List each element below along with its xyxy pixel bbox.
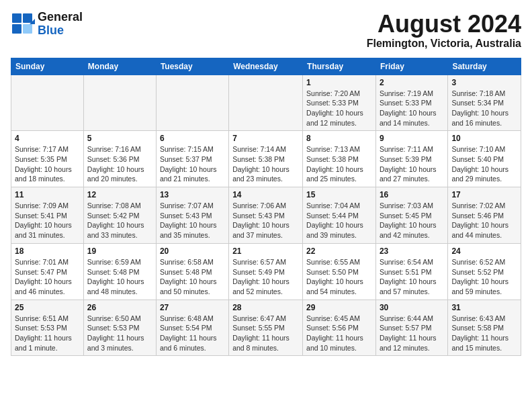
day-number: 4 (15, 134, 80, 143)
day-detail: Sunrise: 7:11 AM Sunset: 5:39 PM Dayligh… (380, 144, 444, 184)
calendar-cell: 30Sunrise: 6:44 AM Sunset: 5:57 PM Dayli… (375, 300, 447, 356)
calendar-cell: 12Sunrise: 7:08 AM Sunset: 5:42 PM Dayli… (83, 187, 156, 244)
day-detail: Sunrise: 7:03 AM Sunset: 5:45 PM Dayligh… (380, 201, 444, 240)
calendar-cell: 20Sunrise: 6:58 AM Sunset: 5:48 PM Dayli… (156, 243, 228, 300)
calendar-cell (229, 75, 303, 131)
day-number: 30 (380, 303, 444, 312)
calendar-week-row: 25Sunrise: 6:51 AM Sunset: 5:53 PM Dayli… (11, 300, 521, 356)
calendar-cell: 18Sunrise: 7:01 AM Sunset: 5:47 PM Dayli… (11, 243, 84, 300)
day-detail: Sunrise: 6:54 AM Sunset: 5:51 PM Dayligh… (380, 257, 444, 297)
day-detail: Sunrise: 6:43 AM Sunset: 5:58 PM Dayligh… (451, 314, 517, 353)
calendar-cell: 4Sunrise: 7:17 AM Sunset: 5:35 PM Daylig… (11, 131, 84, 187)
logo-general: General (38, 10, 83, 24)
calendar-cell: 23Sunrise: 6:54 AM Sunset: 5:51 PM Dayli… (375, 243, 447, 300)
day-detail: Sunrise: 7:16 AM Sunset: 5:36 PM Dayligh… (87, 144, 152, 184)
day-number: 11 (15, 190, 80, 199)
svg-rect-1 (23, 13, 32, 23)
day-detail: Sunrise: 7:08 AM Sunset: 5:42 PM Dayligh… (87, 201, 152, 240)
day-number: 9 (380, 134, 444, 143)
day-number: 28 (232, 303, 299, 312)
day-number: 7 (232, 134, 299, 143)
day-number: 1 (306, 78, 372, 87)
col-sunday: Sunday (11, 58, 84, 75)
calendar-cell: 17Sunrise: 7:02 AM Sunset: 5:46 PM Dayli… (448, 187, 521, 244)
day-detail: Sunrise: 6:52 AM Sunset: 5:52 PM Dayligh… (451, 257, 517, 297)
calendar-cell: 31Sunrise: 6:43 AM Sunset: 5:58 PM Dayli… (448, 300, 521, 356)
day-number: 10 (451, 134, 517, 143)
calendar-cell: 26Sunrise: 6:50 AM Sunset: 5:53 PM Dayli… (83, 300, 156, 356)
col-thursday: Thursday (303, 58, 376, 75)
day-number: 13 (160, 190, 225, 199)
calendar-cell (156, 75, 228, 131)
day-detail: Sunrise: 6:44 AM Sunset: 5:57 PM Dayligh… (380, 314, 444, 353)
calendar-cell: 6Sunrise: 7:15 AM Sunset: 5:37 PM Daylig… (156, 131, 228, 187)
calendar-cell (11, 75, 84, 131)
calendar-cell: 19Sunrise: 6:59 AM Sunset: 5:48 PM Dayli… (83, 243, 156, 300)
day-detail: Sunrise: 6:50 AM Sunset: 5:53 PM Dayligh… (87, 314, 152, 353)
day-number: 8 (306, 134, 372, 143)
col-saturday: Saturday (448, 58, 521, 75)
day-detail: Sunrise: 7:07 AM Sunset: 5:43 PM Dayligh… (160, 201, 225, 240)
day-detail: Sunrise: 7:06 AM Sunset: 5:43 PM Dayligh… (232, 201, 299, 240)
calendar-cell: 7Sunrise: 7:14 AM Sunset: 5:38 PM Daylig… (229, 131, 303, 187)
calendar-cell: 22Sunrise: 6:55 AM Sunset: 5:50 PM Dayli… (303, 243, 376, 300)
day-detail: Sunrise: 7:19 AM Sunset: 5:33 PM Dayligh… (380, 89, 444, 128)
calendar-title: August 2024 (367, 11, 521, 38)
calendar-table: Sunday Monday Tuesday Wednesday Thursday… (11, 58, 521, 357)
day-number: 31 (451, 303, 517, 312)
calendar-cell: 13Sunrise: 7:07 AM Sunset: 5:43 PM Dayli… (156, 187, 228, 244)
svg-rect-3 (23, 24, 32, 34)
day-number: 24 (451, 246, 517, 256)
calendar-cell: 24Sunrise: 6:52 AM Sunset: 5:52 PM Dayli… (448, 243, 521, 300)
day-number: 27 (160, 303, 225, 312)
day-number: 15 (306, 190, 372, 199)
col-friday: Friday (375, 58, 447, 75)
calendar-week-row: 4Sunrise: 7:17 AM Sunset: 5:35 PM Daylig… (11, 131, 521, 187)
calendar-cell: 9Sunrise: 7:11 AM Sunset: 5:39 PM Daylig… (375, 131, 447, 187)
calendar-week-row: 18Sunrise: 7:01 AM Sunset: 5:47 PM Dayli… (11, 243, 521, 300)
title-block: August 2024 Flemington, Victoria, Austra… (367, 11, 521, 50)
day-detail: Sunrise: 7:17 AM Sunset: 5:35 PM Dayligh… (15, 144, 80, 184)
day-detail: Sunrise: 7:13 AM Sunset: 5:38 PM Dayligh… (306, 144, 372, 184)
day-number: 12 (87, 190, 152, 199)
day-number: 17 (451, 190, 517, 199)
calendar-cell: 3Sunrise: 7:18 AM Sunset: 5:34 PM Daylig… (448, 75, 521, 131)
day-number: 3 (451, 78, 517, 87)
calendar-cell: 14Sunrise: 7:06 AM Sunset: 5:43 PM Dayli… (229, 187, 303, 244)
logo-blue: Blue (38, 24, 64, 37)
calendar-cell (83, 75, 156, 131)
day-number: 21 (232, 246, 299, 256)
logo-icon (11, 12, 35, 36)
day-number: 25 (15, 303, 80, 312)
day-detail: Sunrise: 6:57 AM Sunset: 5:49 PM Dayligh… (232, 257, 299, 297)
col-tuesday: Tuesday (156, 58, 228, 75)
col-monday: Monday (83, 58, 156, 75)
calendar-cell: 2Sunrise: 7:19 AM Sunset: 5:33 PM Daylig… (375, 75, 447, 131)
calendar-cell: 28Sunrise: 6:47 AM Sunset: 5:55 PM Dayli… (229, 300, 303, 356)
day-number: 23 (380, 246, 444, 256)
day-detail: Sunrise: 7:02 AM Sunset: 5:46 PM Dayligh… (451, 201, 517, 240)
day-number: 26 (87, 303, 152, 312)
day-number: 22 (306, 246, 372, 256)
calendar-cell: 8Sunrise: 7:13 AM Sunset: 5:38 PM Daylig… (303, 131, 376, 187)
day-detail: Sunrise: 7:04 AM Sunset: 5:44 PM Dayligh… (306, 201, 372, 240)
svg-rect-2 (12, 24, 21, 34)
calendar-cell: 16Sunrise: 7:03 AM Sunset: 5:45 PM Dayli… (375, 187, 447, 244)
day-number: 2 (380, 78, 444, 87)
col-wednesday: Wednesday (229, 58, 303, 75)
calendar-cell: 1Sunrise: 7:20 AM Sunset: 5:33 PM Daylig… (303, 75, 376, 131)
calendar-week-row: 11Sunrise: 7:09 AM Sunset: 5:41 PM Dayli… (11, 187, 521, 244)
calendar-cell: 5Sunrise: 7:16 AM Sunset: 5:36 PM Daylig… (83, 131, 156, 187)
day-number: 19 (87, 246, 152, 256)
day-detail: Sunrise: 6:47 AM Sunset: 5:55 PM Dayligh… (232, 314, 299, 353)
day-number: 16 (380, 190, 444, 199)
calendar-cell: 11Sunrise: 7:09 AM Sunset: 5:41 PM Dayli… (11, 187, 84, 244)
day-number: 20 (160, 246, 225, 256)
day-detail: Sunrise: 7:20 AM Sunset: 5:33 PM Dayligh… (306, 89, 372, 128)
day-detail: Sunrise: 7:09 AM Sunset: 5:41 PM Dayligh… (15, 201, 80, 240)
day-detail: Sunrise: 7:15 AM Sunset: 5:37 PM Dayligh… (160, 144, 225, 184)
day-number: 14 (232, 190, 299, 199)
calendar-cell: 10Sunrise: 7:10 AM Sunset: 5:40 PM Dayli… (448, 131, 521, 187)
day-detail: Sunrise: 6:51 AM Sunset: 5:53 PM Dayligh… (15, 314, 80, 353)
day-number: 6 (160, 134, 225, 143)
